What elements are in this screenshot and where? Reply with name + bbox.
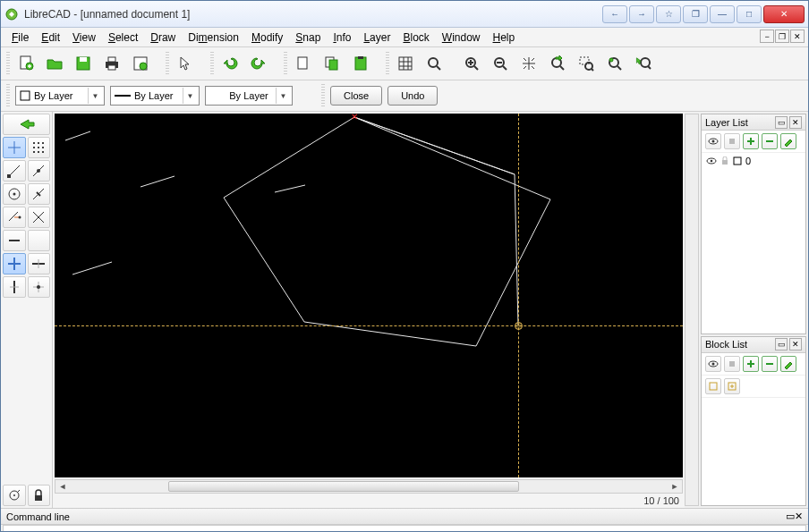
new-file-button[interactable] xyxy=(13,51,38,76)
panel-float-button[interactable]: ▭ xyxy=(775,338,788,350)
zoom-in-button[interactable] xyxy=(459,51,484,76)
print-button[interactable] xyxy=(99,51,124,76)
undo-button[interactable] xyxy=(217,51,243,76)
panel-close-button[interactable]: ✕ xyxy=(789,338,802,350)
block-add-button[interactable] xyxy=(743,356,759,372)
toolbar-handle[interactable] xyxy=(284,52,287,75)
mdi-close-button[interactable]: ✕ xyxy=(790,30,805,43)
close-button[interactable]: ✕ xyxy=(763,5,805,23)
restrict-vert-button[interactable] xyxy=(3,276,26,298)
snap-middle-button[interactable] xyxy=(28,183,51,205)
lock-relative-zero-button[interactable] xyxy=(28,485,51,506)
zoom-redraw-button[interactable] xyxy=(422,51,447,76)
snap-onentity-button[interactable] xyxy=(28,160,51,182)
zoom-select-button[interactable] xyxy=(631,51,656,76)
layer-visibility-icon[interactable] xyxy=(705,133,721,149)
snap-free-button[interactable] xyxy=(3,137,26,158)
relative-zero-button[interactable] xyxy=(3,485,26,506)
menu-edit[interactable]: Edit xyxy=(36,30,65,46)
toolbar-handle[interactable] xyxy=(386,52,389,75)
maximize-button[interactable]: □ xyxy=(737,5,762,23)
vertical-scrollbar[interactable] xyxy=(685,114,699,506)
menu-dimension[interactable]: Dimension xyxy=(183,30,244,46)
toolbar-handle[interactable] xyxy=(210,52,214,75)
aux-fwd-button[interactable]: → xyxy=(629,5,654,23)
linetype-combo[interactable]: By Layer ▼ xyxy=(110,86,200,106)
redo-button[interactable] xyxy=(246,51,271,76)
scroll-left-icon[interactable]: ◄ xyxy=(55,482,70,491)
scrollbar-thumb[interactable] xyxy=(168,481,519,492)
panel-float-button[interactable]: ▭ xyxy=(786,511,795,522)
block-insert-button[interactable] xyxy=(724,378,740,394)
color-swatch xyxy=(733,156,742,165)
toolbar-handle[interactable] xyxy=(6,84,10,107)
menu-file[interactable]: File xyxy=(6,30,34,46)
mdi-minimize-button[interactable]: − xyxy=(760,30,774,43)
toolbar-handle[interactable] xyxy=(6,52,10,75)
layer-add-button[interactable] xyxy=(743,133,759,149)
zoom-window-button[interactable] xyxy=(574,51,599,76)
paste-button[interactable] xyxy=(348,51,373,76)
linewidth-combo[interactable]: By Layer ▼ xyxy=(205,86,293,106)
open-file-button[interactable] xyxy=(42,51,67,76)
copy-button[interactable] xyxy=(319,51,345,76)
save-file-button[interactable] xyxy=(71,51,96,76)
pointer-button[interactable] xyxy=(173,51,198,76)
undo-segment-button[interactable]: Undo xyxy=(387,86,438,106)
layer-item[interactable]: 0 xyxy=(706,156,801,166)
cut-button[interactable] xyxy=(291,51,316,76)
horizontal-scrollbar[interactable]: ◄ ► xyxy=(55,479,683,494)
menu-info[interactable]: Info xyxy=(328,30,356,46)
layer-remove-button[interactable] xyxy=(762,133,778,149)
menu-select[interactable]: Select xyxy=(103,30,143,46)
aux-back-button[interactable]: ← xyxy=(602,5,627,23)
block-hide-icon[interactable] xyxy=(724,356,740,372)
eye-icon xyxy=(706,156,717,165)
aux-windows-button[interactable]: ❐ xyxy=(683,5,708,23)
block-visibility-icon[interactable] xyxy=(705,356,721,372)
close-polyline-button[interactable]: Close xyxy=(330,86,382,106)
menu-draw[interactable]: Draw xyxy=(145,30,181,46)
snap-distance-button[interactable] xyxy=(3,207,26,228)
layer-freeze-icon[interactable] xyxy=(724,133,740,149)
polyline-start-marker: ✕ xyxy=(351,114,358,122)
menu-layer[interactable]: Layer xyxy=(358,30,396,46)
mdi-restore-button[interactable]: ❐ xyxy=(775,30,789,43)
restrict-nothing-button[interactable] xyxy=(3,230,26,251)
panel-float-button[interactable]: ▭ xyxy=(775,116,788,129)
restrict-horiz-button[interactable] xyxy=(28,253,51,274)
menu-snap[interactable]: Snap xyxy=(290,30,326,46)
panel-close-button[interactable]: ✕ xyxy=(795,511,803,522)
menu-window[interactable]: Window xyxy=(437,30,486,46)
toolbar-handle[interactable] xyxy=(321,84,325,107)
zoom-out-button[interactable] xyxy=(488,51,513,76)
menu-modify[interactable]: Modify xyxy=(246,30,288,46)
menu-block[interactable]: Block xyxy=(397,30,434,46)
toolbar-handle[interactable] xyxy=(166,52,169,75)
menu-view[interactable]: View xyxy=(67,30,101,46)
snap-intersection-button[interactable] xyxy=(28,207,51,228)
snap-endpoint-button[interactable] xyxy=(3,160,26,182)
zoom-auto-button[interactable] xyxy=(516,51,541,76)
layer-edit-button[interactable] xyxy=(780,133,796,149)
restrict-angled-button[interactable] xyxy=(28,276,51,298)
aux-fav-button[interactable]: ☆ xyxy=(656,5,681,23)
back-tool-button[interactable] xyxy=(3,114,50,135)
block-edit-button[interactable] xyxy=(705,378,721,394)
svg-point-9 xyxy=(140,63,147,70)
restrict-ortho-button[interactable] xyxy=(3,253,26,274)
snap-grid-button[interactable] xyxy=(28,137,51,158)
scroll-right-icon[interactable]: ► xyxy=(668,482,682,491)
grid-toggle-button[interactable] xyxy=(393,51,418,76)
print-preview-button[interactable] xyxy=(128,51,153,76)
zoom-pan-button[interactable] xyxy=(602,51,627,76)
zoom-prev-button[interactable] xyxy=(545,51,570,76)
minimize-button[interactable]: ― xyxy=(710,5,735,23)
color-combo[interactable]: By Layer ▼ xyxy=(15,86,105,106)
menu-help[interactable]: Help xyxy=(488,30,521,46)
block-rename-button[interactable] xyxy=(780,356,796,372)
panel-close-button[interactable]: ✕ xyxy=(789,116,802,129)
drawing-canvas[interactable]: ✕ xyxy=(55,114,683,477)
snap-center-button[interactable] xyxy=(3,183,26,205)
block-remove-button[interactable] xyxy=(762,356,778,372)
